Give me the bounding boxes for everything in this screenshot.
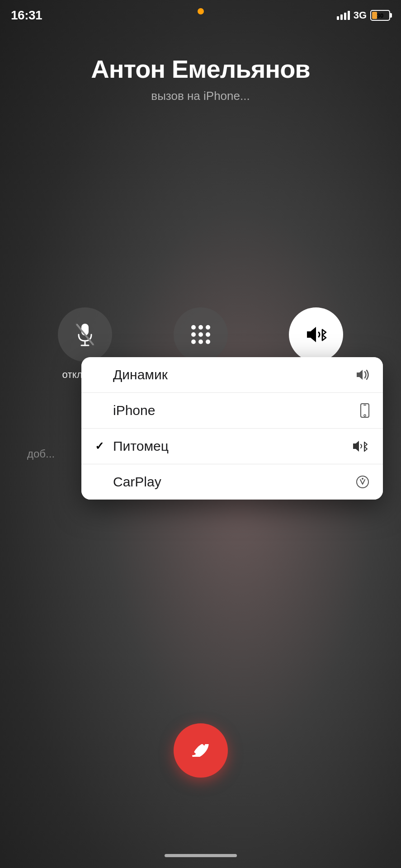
dropdown-carplay[interactable]: CarPlay [81,464,383,500]
keypad-dot [198,340,203,344]
signal-bars [337,11,350,20]
dropdown-speaker-left: Динамик [95,367,168,382]
keypad-dot [206,332,210,337]
keypad-dot [198,332,203,337]
keypad-dot [191,325,196,330]
keypad-dot [191,340,196,344]
battery-container: 30 [370,10,390,21]
dropdown-speaker-label: Динамик [113,367,168,382]
iphone-icon [360,403,369,418]
add-label: доб... [27,448,55,460]
caller-section: Антон Емельянов вызов на iPhone... [0,54,401,103]
audio-bluetooth-icon [304,325,328,344]
dropdown-iphone-label: iPhone [113,403,155,418]
dropdown-pitomets-check: ✓ [95,440,106,453]
add-button-area: доб... [27,448,55,460]
caller-status: вызов на iPhone... [0,89,401,103]
signal-bar-4 [348,11,350,20]
dropdown-iphone-left: iPhone [95,403,155,418]
battery: 30 [370,10,390,21]
signal-bar-3 [344,13,346,20]
keypad-icon [191,325,210,344]
dropdown-pitomets-label: Питомец [113,439,169,454]
carplay-icon [356,475,369,489]
dropdown-carplay-left: CarPlay [95,474,161,490]
battery-fill [372,12,377,19]
audio-button[interactable] [289,307,343,362]
keypad-dot [206,340,210,344]
caller-name: Антон Емельянов [0,54,401,84]
network-label: 3G [354,9,367,21]
end-call-icon [188,744,214,757]
dropdown-carplay-check [95,476,106,488]
mute-button[interactable] [58,307,112,362]
dropdown-iphone-check [95,405,106,416]
keypad-dot [198,325,203,330]
end-call-section [0,723,401,778]
svg-rect-6 [361,404,369,417]
dropdown-pitomets-left: ✓ Питомец [95,439,169,454]
audio-dropdown: Динамик iPhone ✓ Питомец [81,357,383,500]
dropdown-iphone[interactable]: iPhone [81,393,383,429]
battery-text: 30 [377,12,383,19]
dropdown-speaker[interactable]: Динамик [81,357,383,393]
bluetooth-speaker-icon [352,440,369,452]
end-call-button[interactable] [174,723,228,778]
speaker-volume-icon [356,369,369,381]
signal-bar-1 [337,16,339,20]
dropdown-speaker-check [95,369,106,381]
status-right: 3G 30 [337,9,390,21]
keypad-dot [191,332,196,337]
svg-point-8 [364,415,366,416]
status-bar: 16:31 3G 30 [0,0,401,24]
dropdown-pitomets[interactable]: ✓ Питомец [81,429,383,464]
signal-bar-2 [340,14,343,20]
status-time: 16:31 [11,8,42,23]
mute-icon [75,323,95,346]
svg-point-11 [362,478,363,480]
keypad-button[interactable] [174,307,228,362]
home-indicator [165,854,237,857]
svg-point-10 [357,476,368,488]
dropdown-carplay-label: CarPlay [113,474,161,490]
keypad-dot [206,325,210,330]
